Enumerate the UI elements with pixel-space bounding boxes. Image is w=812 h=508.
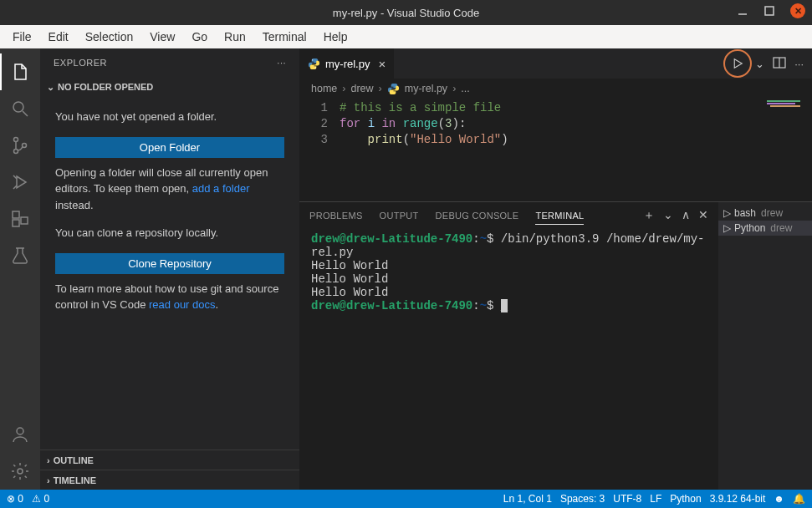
status-language[interactable]: Python — [670, 493, 701, 505]
activity-settings-icon[interactable] — [0, 453, 40, 490]
svg-marker-15 — [734, 59, 742, 69]
breadcrumb-more[interactable]: ... — [461, 83, 469, 94]
explorer-sidebar: EXPLORER ··· ⌄ NO FOLDER OPENED You have… — [40, 48, 299, 490]
svg-point-12 — [18, 469, 23, 474]
split-editor-icon[interactable] — [773, 56, 786, 72]
activity-debug-icon[interactable] — [0, 164, 40, 201]
menu-view[interactable]: View — [142, 28, 182, 46]
svg-rect-8 — [13, 211, 19, 218]
menu-selection[interactable]: Selection — [78, 28, 141, 46]
terminal-item-bash[interactable]: ▷bashdrew — [718, 206, 812, 221]
panel-tab-output[interactable]: OUTPUT — [380, 207, 419, 224]
code-content[interactable]: # this is a simple file for i in range(3… — [340, 99, 762, 201]
menu-terminal[interactable]: Terminal — [255, 28, 314, 46]
clone-repository-button[interactable]: Clone Repository — [55, 253, 284, 274]
bottom-panel: PROBLEMS OUTPUT DEBUG CONSOLE TERMINAL ＋… — [299, 201, 812, 490]
menu-go[interactable]: Go — [184, 28, 215, 46]
breadcrumb-drew[interactable]: drew — [350, 83, 373, 94]
outline-section[interactable]: ›OUTLINE — [40, 450, 299, 470]
editor-tabs: my-rel.py × ⌄ ··· — [299, 48, 812, 79]
chevron-down-icon: ⌄ — [47, 82, 54, 93]
menu-run[interactable]: Run — [217, 28, 253, 46]
breadcrumb-file[interactable]: my-rel.py — [405, 83, 447, 94]
activity-testing-icon[interactable] — [0, 237, 40, 274]
chevron-right-icon: › — [47, 475, 50, 485]
status-eol[interactable]: LF — [650, 493, 661, 505]
read-docs-link[interactable]: read our docs — [149, 298, 216, 311]
status-errors[interactable]: ⊗ 0 — [7, 493, 23, 505]
explorer-msg-docs: To learn more about how to use git and s… — [55, 281, 284, 313]
menubar: File Edit Selection View Go Run Terminal… — [0, 25, 812, 48]
run-python-file-button[interactable] — [723, 49, 752, 78]
explorer-title: EXPLORER — [54, 58, 107, 68]
svg-point-4 — [14, 138, 18, 142]
minimap[interactable] — [762, 99, 812, 201]
terminal-icon: ▷ — [723, 222, 731, 234]
explorer-msg-openwarn: Opening a folder will close all currentl… — [55, 165, 284, 214]
python-file-icon — [308, 58, 320, 70]
close-tab-icon[interactable]: × — [378, 57, 386, 71]
svg-marker-7 — [17, 176, 26, 188]
svg-rect-1 — [765, 7, 774, 15]
panel-tab-debug[interactable]: DEBUG CONSOLE — [436, 207, 519, 224]
panel-tabs: PROBLEMS OUTPUT DEBUG CONSOLE TERMINAL ＋… — [299, 202, 718, 229]
open-folder-button[interactable]: Open Folder — [55, 137, 284, 158]
status-encoding[interactable]: UTF-8 — [613, 493, 641, 505]
explorer-msg-clone: You can clone a repository locally. — [55, 225, 284, 241]
status-feedback-icon[interactable]: ☻ — [774, 493, 784, 505]
window-title: my-rel.py - Visual Studio Code — [333, 7, 479, 19]
activity-accounts-icon[interactable] — [0, 416, 40, 453]
panel-tab-terminal[interactable]: TERMINAL — [535, 207, 584, 225]
explorer-header: EXPLORER ··· — [40, 48, 299, 77]
maximize-panel-icon[interactable]: ∧ — [682, 208, 690, 223]
code-editor[interactable]: 123 # this is a simple file for i in ran… — [299, 99, 812, 201]
breadcrumb-home[interactable]: home — [311, 83, 337, 94]
window-titlebar: my-rel.py - Visual Studio Code ✕ — [0, 0, 812, 25]
menu-file[interactable]: File — [5, 28, 39, 46]
menu-edit[interactable]: Edit — [41, 28, 76, 46]
explorer-section-label: NO FOLDER OPENED — [58, 82, 153, 92]
terminal-icon: ▷ — [723, 207, 731, 219]
svg-point-5 — [14, 150, 18, 154]
editor-tab-myrelpy[interactable]: my-rel.py × — [299, 48, 395, 79]
menu-help[interactable]: Help — [316, 28, 355, 46]
status-interpreter[interactable]: 3.9.12 64-bit — [710, 493, 766, 505]
explorer-body: You have not yet opened a folder. Open F… — [40, 97, 299, 330]
panel-tab-problems[interactable]: PROBLEMS — [309, 207, 363, 224]
terminal-dropdown-icon[interactable]: ⌄ — [663, 208, 673, 223]
activity-explorer-icon[interactable] — [0, 53, 40, 90]
activity-search-icon[interactable] — [0, 90, 40, 127]
svg-rect-10 — [21, 217, 28, 224]
timeline-section[interactable]: ›TIMELINE — [40, 470, 299, 490]
close-window-button[interactable]: ✕ — [790, 3, 805, 18]
run-dropdown-icon[interactable]: ⌄ — [755, 58, 764, 70]
activity-bar — [0, 48, 40, 490]
svg-point-14 — [315, 67, 316, 68]
minimize-button[interactable] — [737, 5, 748, 17]
activity-scm-icon[interactable] — [0, 127, 40, 164]
close-panel-icon[interactable]: ✕ — [698, 208, 708, 223]
status-spaces[interactable]: Spaces: 3 — [560, 493, 605, 505]
status-notifications-icon[interactable]: 🔔 — [793, 493, 805, 505]
terminal-output[interactable]: drew@drew-Latitude-7490:~$ /bin/python3.… — [299, 229, 718, 490]
svg-point-2 — [13, 102, 23, 112]
explorer-section-nofolder[interactable]: ⌄ NO FOLDER OPENED — [40, 77, 299, 97]
status-bar: ⊗ 0 ⚠ 0 Ln 1, Col 1 Spaces: 3 UTF-8 LF P… — [0, 490, 812, 508]
explorer-more-icon[interactable]: ··· — [277, 58, 286, 68]
terminal-item-python[interactable]: ▷Pythondrew — [718, 221, 812, 236]
add-folder-link[interactable]: add a folder — [192, 182, 250, 195]
activity-extensions-icon[interactable] — [0, 201, 40, 237]
editor-more-icon[interactable]: ··· — [794, 58, 804, 70]
terminal-list: ▷bashdrew ▷Pythondrew — [718, 202, 812, 490]
explorer-msg-nofolder: You have not yet opened a folder. — [55, 109, 284, 125]
new-terminal-icon[interactable]: ＋ — [643, 208, 655, 223]
maximize-button[interactable] — [763, 5, 775, 17]
svg-point-11 — [17, 428, 23, 434]
svg-rect-9 — [13, 220, 19, 226]
breadcrumbs[interactable]: home› drew› my-rel.py› ... — [299, 79, 812, 99]
status-warnings[interactable]: ⚠ 0 — [32, 493, 49, 505]
python-file-icon — [387, 83, 400, 95]
editor-actions: ⌄ ··· — [723, 49, 812, 78]
status-lncol[interactable]: Ln 1, Col 1 — [503, 493, 552, 505]
line-gutter: 123 — [299, 99, 340, 201]
